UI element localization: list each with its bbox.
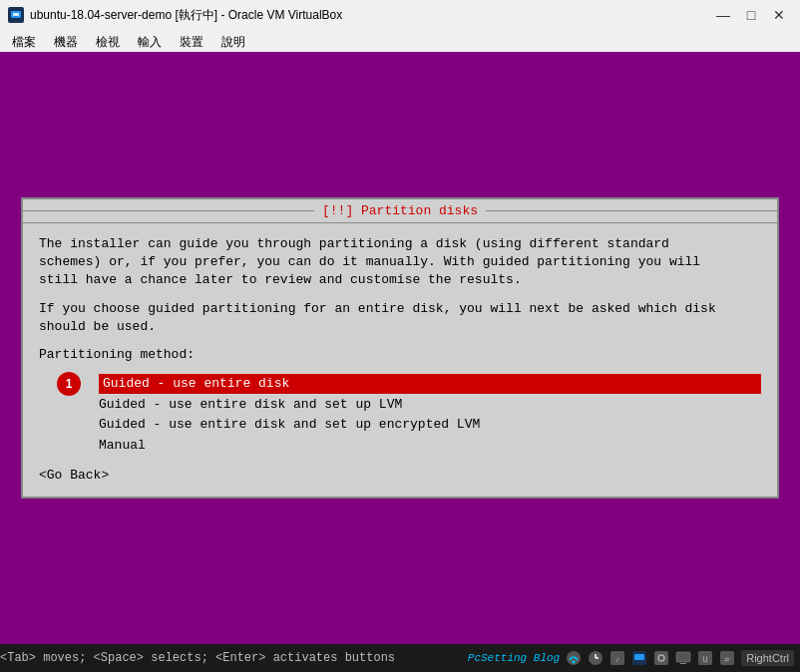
svg-point-4 xyxy=(573,661,576,664)
option-guided-entire-disk[interactable]: 1 Guided - use entire disk xyxy=(99,374,761,394)
terminal-container: [!!] Partition disks The installer can g… xyxy=(0,52,800,644)
usb-icon: U xyxy=(697,650,713,666)
dialog-body1: The installer can guide you through part… xyxy=(39,235,761,290)
menu-devices[interactable]: 裝置 xyxy=(172,32,211,53)
svg-text:U: U xyxy=(703,655,708,665)
dialog-title: [!!] Partition disks xyxy=(314,203,486,218)
menu-help[interactable]: 說明 xyxy=(213,32,253,53)
audio-icon: ♪ xyxy=(609,650,625,666)
right-ctrl-label: RightCtrl xyxy=(741,650,794,666)
svg-rect-11 xyxy=(634,654,644,660)
window-title: ubuntu-18.04-server-demo [執行中] - Oracle … xyxy=(30,7,342,24)
go-back-button[interactable]: <Go Back> xyxy=(39,467,761,485)
svg-rect-12 xyxy=(654,651,668,665)
taskbar: <Tab> moves; <Space> selects; <Enter> ac… xyxy=(0,644,800,672)
status-text: <Tab> moves; <Space> selects; <Enter> ac… xyxy=(0,651,395,665)
option-guided-lvm[interactable]: Guided - use entire disk and set up LVM xyxy=(99,396,761,414)
option-text-2: Guided - use entire disk and set up LVM xyxy=(99,396,402,414)
svg-rect-14 xyxy=(676,652,690,662)
menu-machine[interactable]: 機器 xyxy=(46,32,86,53)
svg-text:♪: ♪ xyxy=(615,655,620,665)
title-bar: ubuntu-18.04-server-demo [執行中] - Oracle … xyxy=(0,0,800,30)
settings-icon xyxy=(653,650,669,666)
vm-icon xyxy=(631,650,647,666)
menu-file[interactable]: 檔案 xyxy=(4,32,44,53)
network-icon xyxy=(566,650,582,666)
maximize-button[interactable]: □ xyxy=(738,4,764,26)
svg-rect-2 xyxy=(13,13,19,16)
pcsetting-logo: PcSetting Blog xyxy=(468,652,560,664)
options-list: 1 Guided - use entire disk Guided - use … xyxy=(99,374,761,455)
menu-input[interactable]: 輸入 xyxy=(130,32,170,53)
dialog-content: The installer can guide you through part… xyxy=(23,223,777,497)
clock-icon xyxy=(588,650,603,666)
option-badge: 1 xyxy=(57,372,81,396)
option-text-4: Manual xyxy=(99,437,146,455)
option-guided-encrypted-lvm[interactable]: Guided - use entire disk and set up encr… xyxy=(99,416,761,434)
option-manual[interactable]: Manual xyxy=(99,437,761,455)
go-back-label: <Go Back> xyxy=(39,468,109,483)
share-icon: ⇄ xyxy=(719,650,735,666)
vm-area: [!!] Partition disks The installer can g… xyxy=(0,52,800,644)
svg-text:⇄: ⇄ xyxy=(725,655,730,664)
taskbar-right: PcSetting Blog ♪ U xyxy=(468,650,800,666)
option-text-1: Guided - use entire disk xyxy=(103,375,289,393)
partition-dialog: [!!] Partition disks The installer can g… xyxy=(21,197,779,499)
method-label: Partitioning method: xyxy=(39,346,761,364)
title-bar-left: ubuntu-18.04-server-demo [執行中] - Oracle … xyxy=(8,7,342,24)
window-controls: — □ ✕ xyxy=(710,4,792,26)
close-button[interactable]: ✕ xyxy=(766,4,792,26)
minimize-button[interactable]: — xyxy=(710,4,736,26)
svg-rect-15 xyxy=(680,663,686,664)
option-text-3: Guided - use entire disk and set up encr… xyxy=(99,416,480,434)
virtualbox-icon xyxy=(8,7,24,23)
window-chrome: ubuntu-18.04-server-demo [執行中] - Oracle … xyxy=(0,0,800,56)
menu-view[interactable]: 檢視 xyxy=(88,32,128,53)
dialog-body2: If you choose guided partitioning for an… xyxy=(39,300,761,336)
dialog-title-bar: [!!] Partition disks xyxy=(23,199,777,223)
display-icon xyxy=(675,650,691,666)
